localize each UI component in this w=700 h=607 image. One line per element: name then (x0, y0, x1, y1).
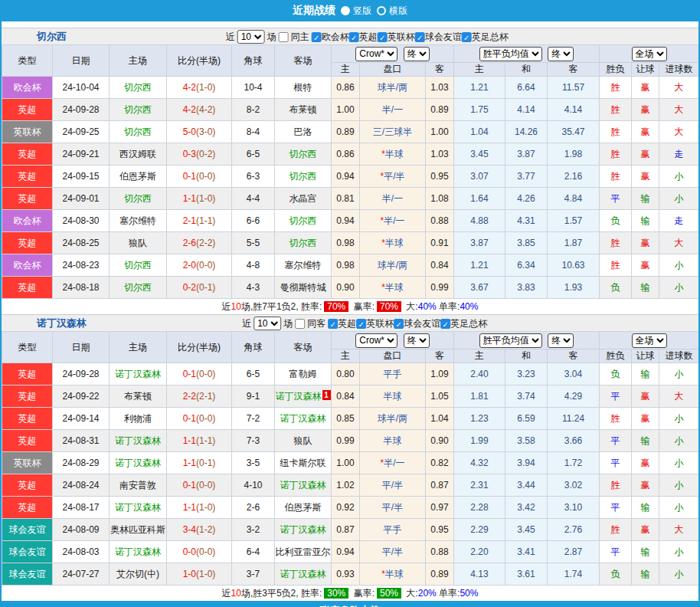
asia-home-odds: 0.90 (332, 277, 360, 299)
competition-checkbox[interactable]: ✓ (349, 32, 359, 42)
odds-source-select[interactable]: Crow* (355, 47, 397, 61)
away-team: 伯恩茅斯 (275, 497, 332, 519)
home-team: 诺丁汉森林 (110, 541, 167, 563)
result-handicap: 赢 (632, 474, 659, 497)
same-venue-checkbox[interactable] (279, 32, 289, 42)
scope-select[interactable]: 全场 (632, 333, 667, 348)
match-row: 英超24-09-22布莱顿2-2(2-1)9-1诺丁汉森林10.84半球1.05… (2, 386, 699, 408)
asia-away-odds: 1.09 (426, 363, 454, 386)
competition-label[interactable]: 球会友谊 (404, 318, 440, 329)
result-goals: 大 (659, 77, 699, 99)
corners: 6-5 (232, 363, 275, 386)
col-handicap-result: 让球 (632, 63, 659, 77)
away-team: 切尔西 (275, 210, 332, 232)
result-wdl: 胜 (600, 474, 632, 497)
corners: 3-2 (232, 519, 275, 541)
col-date: 日期 (53, 45, 110, 77)
odds-source-select[interactable]: Crow* (355, 333, 397, 348)
rounds-select[interactable]: 10 (237, 30, 265, 44)
wdl-mean-select[interactable]: 胜平负均值 (479, 333, 542, 348)
competition-label[interactable]: 球会友谊 (425, 31, 462, 42)
final-select[interactable]: 终 (404, 333, 430, 348)
match-date: 24-09-15 (53, 166, 110, 188)
euro-away-odds: 10.63 (548, 254, 600, 277)
final-select[interactable]: 终 (404, 47, 430, 61)
match-stats-page: 近期战绩 竖版 横版 切尔西 近 10 场 同主 ✓欧会杯✓英超✓英联杯✓球会友… (0, 0, 700, 607)
col-score: 比分(半场) (167, 45, 232, 77)
competition-checkbox[interactable]: ✓ (328, 319, 338, 329)
match-row: 英超24-08-25狼队2-6(2-2)5-5切尔西0.98*半球0.913.8… (2, 232, 699, 254)
corners: 5-5 (232, 232, 275, 254)
asia-handicap: 平手 (360, 363, 426, 386)
match-row: 英联杯24-09-25切尔西5-0(3-0)8-4巴洛0.89三/三球半1.00… (2, 121, 699, 143)
result-handicap: 赢 (632, 143, 659, 166)
asia-handicap: 平/半 (360, 497, 426, 519)
competition-checkbox[interactable]: ✓ (462, 32, 472, 42)
radio-selected-icon[interactable] (341, 6, 350, 15)
euro-home-odds: 4.32 (454, 452, 505, 474)
rounds-select[interactable]: 10 (254, 317, 281, 330)
score: 3-4(1-2) (167, 519, 232, 541)
near-label: 近 (226, 31, 235, 44)
final-select[interactable]: 终 (548, 333, 574, 348)
euro-away-odds: 4.84 (548, 188, 600, 210)
asia-home-odds: 0.80 (332, 363, 360, 386)
layout-horizontal-label[interactable]: 横版 (389, 5, 407, 18)
home-team: 诺丁汉森林 (110, 430, 167, 452)
layout-vertical-radio[interactable]: 竖版 (341, 5, 371, 18)
same-venue-checkbox[interactable] (295, 319, 305, 329)
match-row: 英超24-09-21西汉姆联0-3(0-2)6-5切尔西0.86*半球1.033… (2, 143, 699, 166)
home-team: 艾尔切(中) (110, 563, 167, 586)
competition-checkbox[interactable]: ✓ (394, 319, 404, 329)
record-summary: 近10场,胜3平5负2, 胜率:30% 赢率:50% 大:20% 单率:50% (2, 586, 698, 601)
competition-label[interactable]: 英超 (359, 31, 378, 42)
type-badge: 英超 (2, 277, 53, 299)
corners: 6-5 (232, 143, 275, 166)
final-select[interactable]: 终 (548, 47, 574, 61)
same-venue-label[interactable]: 同主 (291, 31, 309, 44)
layout-vertical-label[interactable]: 竖版 (353, 5, 371, 18)
competition-label[interactable]: 英联杯 (366, 318, 394, 329)
competition-label[interactable]: 欧会杯 (322, 31, 349, 42)
type-badge: 英超 (2, 430, 53, 452)
same-venue-label[interactable]: 同客 (307, 317, 325, 330)
score: 1-1(1-0) (167, 497, 232, 519)
layout-horizontal-radio[interactable]: 横版 (377, 5, 407, 18)
away-team: 纽卡斯尔联 (275, 452, 332, 474)
wdl-mean-select[interactable]: 胜平负均值 (479, 47, 542, 61)
euro-away-odds: 1.57 (548, 210, 600, 232)
col-home: 主场 (110, 45, 167, 77)
competition-filters: ✓英超✓英联杯✓球会友谊✓英足总杯 (328, 317, 487, 330)
euro-home-odds: 1.64 (454, 188, 505, 210)
radio-unselected-icon[interactable] (377, 6, 386, 15)
home-team: 诺丁汉森林 (110, 363, 167, 386)
home-team: 南安普敦 (110, 474, 167, 497)
col-handicap-result: 让球 (632, 349, 659, 363)
competition-label[interactable]: 英联杯 (388, 31, 415, 42)
euro-away-odds: 35.47 (548, 121, 600, 143)
type-badge: 英超 (2, 166, 53, 188)
corners: 6-6 (232, 210, 275, 232)
competition-checkbox[interactable]: ✓ (378, 32, 388, 42)
result-handicap: 输 (632, 497, 659, 519)
competition-checkbox[interactable]: ✓ (312, 32, 322, 42)
asia-home-odds: 1.02 (332, 474, 360, 497)
corners: 9-1 (232, 386, 275, 408)
home-team: 伯恩茅斯 (110, 166, 167, 188)
asia-home-odds: 0.92 (332, 497, 360, 519)
euro-draw-odds: 3.61 (505, 563, 548, 586)
asia-home-odds: 0.89 (332, 121, 360, 143)
competition-label[interactable]: 英足总杯 (450, 318, 487, 329)
competition-label[interactable]: 英超 (338, 318, 356, 329)
away-team: 曼彻斯特城 (275, 277, 332, 299)
col-type: 类型 (2, 332, 53, 363)
result-handicap: 赢 (632, 121, 659, 143)
match-row: 英超24-09-28切尔西4-2(4-2)8-2布莱顿1.00半/一0.891.… (2, 99, 699, 121)
score: 4-2(4-2) (167, 99, 232, 121)
competition-checkbox[interactable]: ✓ (356, 319, 366, 329)
competition-checkbox[interactable]: ✓ (415, 32, 425, 42)
scope-select[interactable]: 全场 (632, 47, 667, 61)
handicap-rate-chip: 50% (377, 588, 401, 599)
competition-checkbox[interactable]: ✓ (440, 319, 450, 329)
competition-label[interactable]: 英足总杯 (472, 31, 509, 42)
